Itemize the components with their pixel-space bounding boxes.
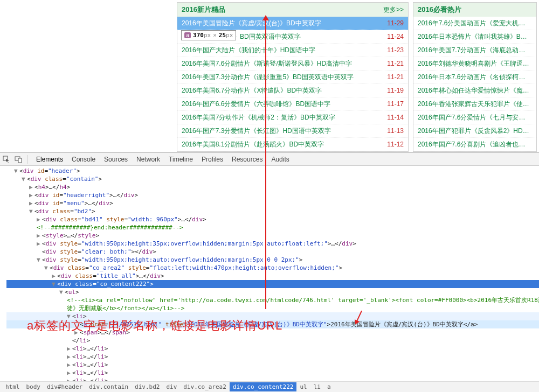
inspect-icon[interactable] [2,155,11,164]
list-item: 2016年林心如任达华爱情惊悚片《魔宫魅影》 [413,84,536,97]
movie-link[interactable]: 2015年国产6.7分悬疑片《黑处有什么》HD国 [418,151,531,152]
svg-rect-2 [18,158,22,163]
breadcrumb-item[interactable]: div.co_content222 [230,382,297,391]
tooltip-width: 370px [193,32,211,39]
movie-link[interactable]: 2016年林心如任达华爱情惊悚片《魔宫魅影》 [418,84,531,97]
list-item: 2016年美国7.7分动画片《海底总动员2》BD [413,44,536,57]
movie-link[interactable]: 2016年美国7.7分动画片《海底总动员2》BD [418,44,531,57]
breadcrumb-item[interactable]: div.bd2 [132,382,163,391]
panel-header: 2016新片精品 更多>> [177,3,408,17]
devtools-tab-elements[interactable]: Elements [32,153,67,165]
movie-link[interactable]: 2016年国产7.6分喜剧片《追凶者也》HD国语 [418,138,531,151]
list-item: 2016年国产7.6分爱情片《七月与安生》HD国 [413,111,536,124]
movie-link[interactable]: 2016年刘德华黄晓明喜剧片《王牌逗王牌》HD [418,57,531,70]
device-icon[interactable] [14,155,23,164]
panel-title: 2016新片精品 [182,3,225,17]
list-item: 2016年美国冒险片《宾虚/宾汉(台)》BD中英双字11-29 [177,17,408,30]
movie-date: 11-29 [387,17,404,30]
tooltip-tagname: a [184,32,191,38]
movie-link[interactable]: 2016年7.6分美国动画片《爱宠大机密》BD国 [418,17,531,30]
movie-link[interactable]: 2016年美国冒险片《宾虚/宾汉(台)》BD中英双字 [182,17,321,30]
movie-link[interactable]: 2016年日本7.6分动画片《名侦探柯南：纯黑的 [418,71,531,83]
list-item: 2015年国产6.7分悬疑片《黑处有什么》HD国 [413,151,536,152]
panel-title: 2016必看热片 [418,3,461,17]
movie-date: 11-13 [387,124,404,137]
movie-date: 11-19 [387,84,404,97]
breadcrumb-item[interactable]: html [2,382,23,391]
breadcrumb-item[interactable]: div.contain [86,382,132,391]
devtools-tab-timeline[interactable]: Timeline [164,153,197,165]
list-item: 2016年美国8.1分剧情片《赴汤蹈火》BD中英双字11-12 [177,138,408,151]
list-item: 2016年日本恐怖片《请叫我英雄》BD日语中字 [413,30,536,44]
movie-link[interactable]: 2016年美国7分动作片《机械师2：复活》BD中英双字 [182,111,335,124]
breadcrumb-item[interactable]: body [23,382,44,391]
breadcrumb-item[interactable]: li [310,382,324,391]
annotation-text: a标签的文字是电影名称，链接是电影详情URL [27,318,282,334]
list-item: 2016年日本7.6分动画片《名侦探柯南：纯黑的 [413,71,536,84]
panel-hot-movies: 2016必看热片 2016年7.6分美国动画片《爱宠大机密》BD国2016年日本… [413,2,537,152]
devtools-tab-sources[interactable]: Sources [100,153,132,165]
list-item: 2016年美国7.3分动作片《谍影重重5》BD国英双语中英双字11-21 [177,71,408,84]
movie-date: 11-21 [387,71,404,83]
movie-date: 11-14 [387,111,404,124]
list-item: 2016年7.6分美国动画片《爱宠大机密》BD国 [413,17,536,30]
list-item: 2016年国产犯罪片《反贪风暴2》HD国语中英 [413,124,536,138]
list-item: 2016年国产7.6分喜剧片《追凶者也》HD国语 [413,138,536,151]
list-item: 2016年国产大陆片《我们的十年》HD国语中字11-23 [177,44,408,57]
page-content: 2016新片精品 更多>> 2016年美国冒险片《宾虚/宾汉(台)》BD中英双字… [0,0,539,152]
movie-link[interactable]: 2016年国产6.6分爱情片《六弄咖啡馆》BD国语中字 [182,97,330,110]
movie-link[interactable]: 2016年香港张家辉古天乐犯罪片《使徒行者电 [418,97,531,110]
movie-link[interactable]: 2016年国产7.6分爱情片《七月与安生》HD国 [418,111,531,124]
movie-list-right: 2016年7.6分美国动画片《爱宠大机密》BD国2016年日本恐怖片《请叫我英雄… [413,17,536,152]
breadcrumb[interactable]: htmlbodydiv#headerdiv.containdiv.bd2divd… [0,381,539,392]
movie-date: 11-17 [387,97,404,110]
list-item: 2016年美国7.6分剧情片《斯诺登/斯诺登风暴》HD高清中字11-21 [177,57,408,71]
breadcrumb-item[interactable]: div.co_area2 [180,382,229,391]
list-item: 2016年香港张家辉古天乐犯罪片《使徒行者电 [413,97,536,111]
list-item: 2016年刘德华黄晓明喜剧片《王牌逗王牌》HD [413,57,536,71]
element-size-tooltip: a 370px × 25px [181,30,236,40]
tooltip-height: 25px [219,32,233,39]
comment-node: <!--<li><a rel="nofollow" href='http://o… [6,296,539,304]
list-item: 2016年美国7分动作片《机械师2：复活》BD中英双字11-14 [177,111,408,124]
breadcrumb-item[interactable]: div [163,382,180,391]
movie-date: 11-24 [387,30,404,43]
toolbar-separator [27,155,27,164]
movie-link[interactable]: 2016年美国7.3分动作片《谍影重重5》BD国英双语中英双字 [182,71,354,83]
movie-date: 11-23 [387,44,404,57]
movie-date: 11-21 [387,57,404,70]
devtools-tab-console[interactable]: Console [67,153,100,165]
panel-header: 2016必看热片 [413,3,536,17]
movie-link[interactable]: 2016年美国8.1分剧情片《赴汤蹈火》BD中英双字 [182,138,324,151]
breadcrumb-item[interactable]: ul [296,382,310,391]
movie-link[interactable]: 2016年美国7.6分剧情片《斯诺登/斯诺登风暴》HD高清中字 [182,57,352,70]
tooltip-times: × [213,32,217,39]
movie-link[interactable]: 2016年美国6.7分动作片《X特遣队》BD中英双字 [182,84,322,97]
devtools-panel: ElementsConsoleSourcesNetworkTimelinePro… [0,152,539,392]
selected-node[interactable]: ▼<div class="co_content222"> [6,280,539,288]
devtools-tab-resources[interactable]: Resources [227,153,267,165]
devtools-tab-network[interactable]: Network [132,153,164,165]
breadcrumb-item[interactable]: div#header [44,382,86,391]
panel-new-movies: 2016新片精品 更多>> 2016年美国冒险片《宾虚/宾汉(台)》BD中英双字… [177,2,409,152]
list-item: 2016年国产7.3分爱情片《长江图》HD国语中英双字11-13 [177,124,408,138]
breadcrumb-item[interactable]: a [324,382,334,391]
movie-link[interactable]: 2016年国产7.3分爱情片《长江图》HD国语中英双字 [182,124,331,137]
annotation-arrow-main [265,18,266,309]
list-item: 2016年美国6.7分动作片《X特遣队》BD中英双字11-19 [177,84,408,97]
list-item: 2016年国产6.6分爱情片《六弄咖啡馆》BD国语中字11-17 [177,97,408,111]
more-link[interactable]: 更多>> [383,3,404,17]
devtools-tab-profiles[interactable]: Profiles [197,153,227,165]
comment-node: <!--###########}end:header############--… [6,223,539,232]
movie-date: 11-12 [387,138,404,151]
comment-node: 徒》无删减版</b></font></a></li>--> [6,304,539,312]
devtools-toolbar: ElementsConsoleSourcesNetworkTimelinePro… [0,153,539,166]
elements-tree[interactable]: ▼<div id="header"> ▼<div class="contain"… [0,166,539,381]
movie-link[interactable]: 2016年国产大陆片《我们的十年》HD国语中字 [182,44,315,57]
movie-link[interactable]: 2016年国产犯罪片《反贪风暴2》HD国语中英 [418,124,531,137]
movie-link[interactable]: 2016年日本恐怖片《请叫我英雄》BD日语中字 [418,30,531,43]
devtools-tab-audits[interactable]: Audits [267,153,293,165]
